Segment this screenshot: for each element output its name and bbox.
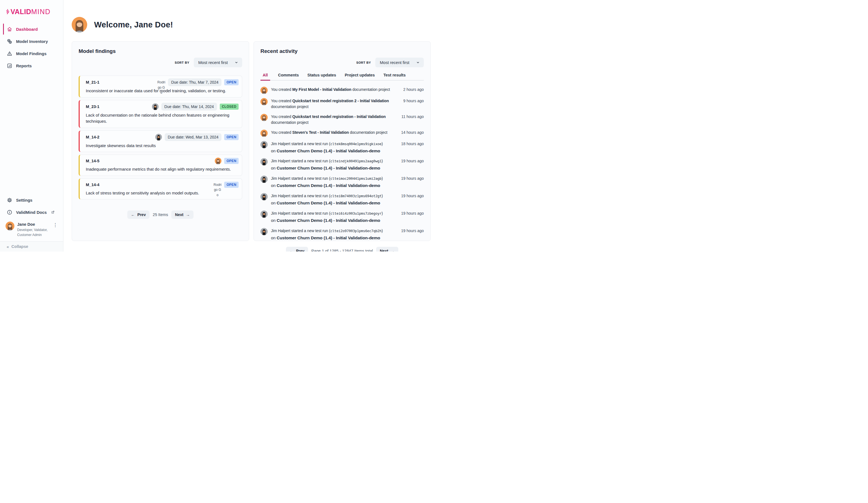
sidebar-spacer (0, 72, 63, 194)
activity-row: You created Steven's Test - Initial Vali… (260, 128, 424, 139)
sidebar-item-label: Model Inventory (16, 39, 48, 44)
sidebar-item-model-inventory[interactable]: Model Inventory (0, 35, 63, 47)
next-arrow-icon: → (186, 212, 190, 217)
prev-button[interactable]: ← Prev (127, 211, 149, 219)
prev-button[interactable]: ← Prev (286, 247, 308, 252)
tab-test-results[interactable]: Test results (383, 73, 406, 81)
activity-timestamp: 2 hours ago (400, 87, 424, 94)
activity-post-text: documentation project (271, 104, 309, 109)
model-link[interactable]: Quickstart test model registration - Ini… (292, 114, 386, 119)
user-avatar (260, 193, 268, 200)
assignee-avatar (152, 103, 158, 110)
activity-close-paren: ) (381, 142, 383, 146)
activity-text: You created Steven's Test - Initial Vali… (271, 130, 396, 137)
project-link[interactable]: Customer Churn Demo (1.4) - Initial Vali… (277, 201, 380, 205)
test-run-id: cltei8m74003z1pms694ot2gt (330, 194, 381, 198)
finding-header: M_21-1 Rodrigo GoDue date: Thu, Mar 7, 2… (86, 78, 239, 86)
activity-line2: on Customer Churn Demo (1.4) - Initial V… (271, 165, 396, 171)
sidebar-item-dashboard[interactable]: Dashboard (0, 23, 63, 35)
active-indicator (3, 23, 4, 34)
finding-header: M_14-2 Due date: Wed, Mar 13, 2024OPEN (86, 133, 239, 141)
activity-row: Jim Halpert started a new test run (clte… (260, 209, 424, 226)
tab-all[interactable]: All (260, 73, 270, 81)
finding-card[interactable]: M_21-1 Rodrigo GoDue date: Thu, Mar 7, 2… (79, 76, 242, 98)
next-label: Next (380, 249, 388, 252)
project-link[interactable]: Customer Churn Demo (1.4) - Initial Vali… (277, 165, 380, 170)
activity-post-text: documentation project (349, 130, 387, 134)
project-link[interactable]: Customer Churn Demo (1.4) - Initial Vali… (277, 183, 380, 188)
activity-panel-title: Recent activity (260, 48, 424, 54)
activity-timestamp: 19 hours ago (400, 228, 424, 241)
assignee-name: Rodrigo Go (214, 182, 221, 187)
activity-timestamp: 18 hours ago (400, 141, 424, 154)
sort-select-value: Most recent first (380, 60, 409, 65)
model-link[interactable]: My First Model - Initial Validation (292, 87, 352, 92)
sidebar-item-settings[interactable]: Settings (0, 194, 63, 206)
validmind-logo[interactable]: VALIDMIND (6, 8, 63, 16)
finding-description: Lack of documentation on the rationale b… (86, 112, 239, 125)
activity-row: Jim Halpert started a new test run (clte… (260, 174, 424, 191)
activity-sort-select[interactable]: Most recent first (375, 58, 424, 67)
finding-meta: OPEN (215, 158, 239, 164)
tab-project-updates[interactable]: Project updates (344, 73, 375, 81)
activity-timestamp: 19 hours ago (400, 211, 424, 224)
project-link[interactable]: Customer Churn Demo (1.4) - Initial Vali… (277, 218, 380, 223)
model-link[interactable]: Steven's Test - Initial Validation (292, 130, 349, 134)
activity-line2: on Customer Churn Demo (1.4) - Initial V… (271, 235, 396, 241)
model-link[interactable]: Quickstart test model registration 2 - I… (292, 99, 389, 103)
activity-on-text: on (271, 218, 277, 223)
user-avatar (260, 158, 268, 165)
activity-text: You created Quickstart test model regist… (271, 114, 396, 125)
findings-sort-select[interactable]: Most recent first (194, 58, 242, 67)
finding-id: M_14-5 (86, 159, 99, 163)
activity-timestamp: 19 hours ago (400, 175, 424, 189)
activity-line2: on Customer Churn Demo (1.4) - Initial V… (271, 218, 396, 224)
tab-comments[interactable]: Comments (278, 73, 299, 81)
due-date-pill: Due date: Thu, Mar 7, 2024 (168, 78, 221, 86)
user-card[interactable]: Jane Doe Developer, Validator, Customer … (0, 218, 63, 241)
project-link[interactable]: Customer Churn Demo (1.4) - Initial Vali… (277, 149, 380, 153)
activity-text: Jim Halpert started a new test run (clte… (271, 211, 396, 224)
findings-list: M_21-1 Rodrigo GoDue date: Thu, Mar 7, 2… (79, 76, 242, 199)
finding-id: M_14-2 (86, 135, 99, 139)
activity-text: Jim Halpert started a new test run (clte… (271, 158, 396, 171)
chevron-down-icon (235, 61, 238, 64)
activity-on-text: on (271, 165, 277, 170)
prev-arrow-icon: ← (290, 249, 293, 252)
kebab-menu-icon[interactable]: ⋮ (51, 222, 59, 229)
status-badge: OPEN (224, 182, 239, 188)
finding-meta: Due date: Wed, Mar 13, 2024OPEN (155, 133, 239, 141)
activity-row: Jim Halpert started a new test run (clte… (260, 226, 424, 243)
sidebar-nav: Dashboard Model Inventory Model Findings (0, 23, 63, 72)
activity-text: You created My First Model - Initial Val… (271, 87, 396, 94)
sidebar-item-label: Model Findings (16, 51, 46, 56)
project-link[interactable]: Customer Churn Demo (1.4) - Initial Vali… (277, 235, 380, 240)
next-button[interactable]: Next → (171, 211, 193, 219)
finding-card[interactable]: M_23-1 Due date: Thu, Mar 14, 2024CLOSED… (79, 100, 242, 128)
finding-description: Inadequate performance metrics that do n… (86, 166, 239, 173)
sidebar: VALIDMIND Dashboard Model Inventory Mode… (0, 0, 63, 252)
activity-timestamp: 19 hours ago (400, 193, 424, 207)
sidebar-item-reports[interactable]: Reports (0, 60, 63, 72)
finding-card[interactable]: M_14-2 Due date: Wed, Mar 13, 2024OPEN I… (79, 130, 242, 152)
activity-line1: You created Quickstart test model regist… (271, 98, 396, 110)
tab-status-updates[interactable]: Status updates (307, 73, 337, 81)
logo-hatch-icon (6, 8, 10, 16)
activity-text: Jim Halpert started a new test run (clte… (271, 141, 396, 154)
activity-tabs: All Comments Status updates Project upda… (260, 73, 424, 81)
activity-row: Jim Halpert started a new test run (clte… (260, 191, 424, 209)
activity-timestamp: 14 hours ago (400, 130, 424, 137)
test-run-id: clteimoc200441pms1umi2agb (330, 177, 381, 181)
user-avatar (260, 175, 268, 183)
sidebar-item-validmind-docs[interactable]: ValidMind Docs (0, 206, 63, 218)
sidebar-item-model-findings[interactable]: Model Findings (0, 47, 63, 60)
finding-card[interactable]: M_14-4 Rodrigo GoOPEN Lack of stress tes… (79, 178, 242, 200)
activity-text: Jim Halpert started a new test run (clte… (271, 228, 396, 241)
next-button[interactable]: Next → (376, 247, 398, 252)
next-arrow-icon: → (391, 249, 395, 252)
activity-text: Jim Halpert started a new test run (clte… (271, 193, 396, 207)
assignee-avatar (155, 134, 162, 140)
collapse-sidebar-button[interactable]: « Collapse (0, 241, 63, 252)
finding-card[interactable]: M_14-5 OPEN Inadequate performance metri… (79, 154, 242, 176)
activity-close-paren: ) (381, 159, 383, 163)
